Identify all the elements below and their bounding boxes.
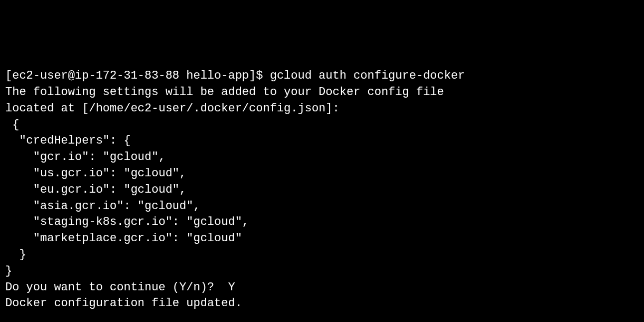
json-output-line: { (5, 117, 639, 134)
json-output-line: "gcr.io": "gcloud", (5, 149, 639, 166)
output-line: located at [/home/ec2-user/.docker/confi… (5, 101, 639, 117)
json-output-line: "us.gcr.io": "gcloud", (5, 166, 639, 182)
json-output-line: "credHelpers": { (5, 133, 639, 149)
output-line: The following settings will be added to … (5, 84, 639, 101)
shell-prompt: [ec2-user@ip-172-31-83-88 hello-app]$ (5, 69, 270, 82)
json-output-line: "eu.gcr.io": "gcloud", (5, 182, 639, 198)
json-output-line: } (5, 263, 639, 280)
terminal-line-prompt: [ec2-user@ip-172-31-83-88 hello-app]$ gc… (5, 68, 639, 84)
json-output-line: "asia.gcr.io": "gcloud", (5, 198, 639, 215)
json-output-line: } (5, 247, 639, 263)
confirm-response[interactable]: Y (228, 281, 235, 294)
json-output-line: "staging-k8s.gcr.io": "gcloud", (5, 214, 639, 231)
json-output-line: "marketplace.gcr.io": "gcloud" (5, 231, 639, 247)
terminal-window[interactable]: [ec2-user@ip-172-31-83-88 hello-app]$ gc… (5, 68, 639, 312)
confirm-prompt-line: Do you want to continue (Y/n)? Y (5, 280, 639, 296)
command-text: gcloud auth configure-docker (270, 69, 465, 82)
success-message: Docker configuration file updated. (5, 296, 639, 312)
confirm-prompt: Do you want to continue (Y/n)? (5, 281, 228, 294)
